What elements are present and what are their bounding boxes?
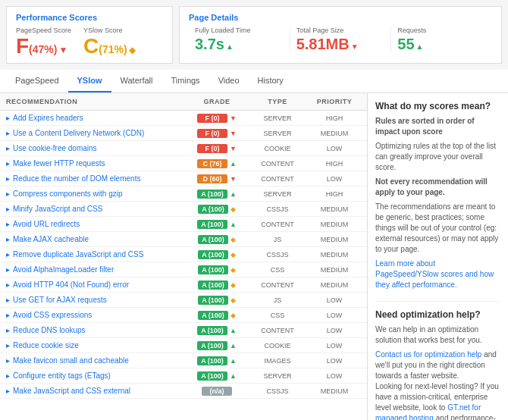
priority-cell: LOW [308, 357, 361, 365]
rec-text[interactable]: Avoid AlphaImageLoader filter [13, 265, 114, 274]
rec-text[interactable]: Reduce DNS lookups [13, 326, 86, 334]
rec-cell: ▸ Remove duplicate JavaScript and CSS [6, 250, 187, 259]
page-details-title: Page Details [189, 13, 492, 22]
rec-bullet: ▸ [6, 326, 10, 334]
grade-arrow: ▼ [230, 130, 237, 137]
page-details-panel: Page Details Fully Loaded Time 3.7s ▲ To… [179, 6, 502, 64]
scores-link[interactable]: Learn more about PageSpeed/YSlow scores … [375, 259, 500, 290]
priority-cell: LOW [308, 312, 361, 319]
th-recommendation: RECOMMENDATION [6, 98, 187, 105]
tab-waterfall[interactable]: Waterfall [111, 70, 162, 92]
table-row: ▸ Reduce cookie size A (100) ▲ COOKIE LO… [0, 338, 367, 353]
grade-badge: A (100) [197, 220, 227, 229]
grade-badge: A (100) [198, 250, 228, 259]
rec-text[interactable]: Avoid HTTP 404 (Not Found) error [13, 281, 129, 289]
rec-cell: ▸ Avoid CSS expressions [6, 311, 187, 319]
rec-text[interactable]: Avoid URL redirects [13, 220, 80, 228]
requests-arrow: ▲ [416, 42, 424, 51]
priority-cell: MEDIUM [308, 205, 361, 213]
scores-p4: The recommendations are meant to be gene… [375, 202, 500, 255]
type-cell: COOKIE [247, 145, 308, 152]
rec-bullet: ▸ [6, 250, 10, 259]
type-cell: SERVER [247, 114, 308, 122]
grade-arrow: ▲ [230, 357, 237, 365]
opt-p1: We can help in an optimization solution … [375, 324, 500, 346]
grade-cell: A (100) ◆ [187, 265, 247, 274]
optimization-title: Need optimization help? [375, 309, 500, 320]
rec-text[interactable]: Add Expires headers [13, 114, 83, 122]
rec-text[interactable]: Make fewer HTTP requests [13, 159, 105, 168]
table-row: ▸ Avoid URL redirects A (100) ▲ CONTENT … [0, 217, 367, 232]
rec-bullet: ▸ [6, 205, 10, 213]
grade-badge: F (0) [197, 144, 227, 153]
yslow-label: YSlow Score [83, 27, 136, 34]
grade-cell: A (100) ◆ [187, 205, 247, 214]
rec-bullet: ▸ [6, 296, 10, 304]
grade-cell: A (100) ◆ [187, 235, 247, 244]
rec-bullet: ▸ [6, 235, 10, 243]
grade-cell: A (100) ▲ [187, 341, 247, 350]
rec-text[interactable]: Reduce cookie size [13, 341, 79, 349]
tab-pagespeed[interactable]: PageSpeed [6, 70, 68, 92]
rec-cell: ▸ Avoid URL redirects [6, 220, 187, 228]
opt-link1[interactable]: Contact us for optimization help [375, 350, 481, 359]
rec-text[interactable]: Use GET for AJAX requests [13, 296, 107, 304]
type-cell: CSSJS [247, 205, 308, 213]
rec-text[interactable]: Remove duplicate JavaScript and CSS [13, 250, 143, 259]
grade-arrow: ▼ [230, 175, 237, 183]
tab-history[interactable]: History [249, 70, 293, 92]
rec-cell: ▸ Make fewer HTTP requests [6, 159, 187, 168]
tab-timings[interactable]: Timings [162, 70, 209, 92]
rec-cell: ▸ Make favicon small and cacheable [6, 356, 187, 365]
priority-cell: MEDIUM [308, 221, 361, 228]
scores-p1: Rules are sorted in order of impact upon… [375, 116, 500, 137]
rec-text[interactable]: Use cookie-free domains [13, 144, 97, 152]
rec-cell: ▸ Use cookie-free domains [6, 144, 187, 152]
grade-badge: A (100) [197, 190, 227, 199]
rec-cell: ▸ Configure entity tags (ETags) [6, 371, 187, 380]
table-body: ▸ Add Expires headers F (0) ▼ SERVER HIG… [0, 111, 367, 399]
type-cell: SERVER [247, 130, 308, 137]
grade-cell: D (60) ▼ [187, 174, 247, 183]
rec-text[interactable]: Avoid CSS expressions [13, 311, 92, 319]
grade-arrow: ▲ [230, 190, 237, 198]
rec-cell: ▸ Avoid AlphaImageLoader filter [6, 265, 187, 274]
table-row: ▸ Reduce DNS lookups A (100) ▲ CONTENT L… [0, 323, 367, 338]
rec-bullet: ▸ [6, 159, 10, 168]
table-row: ▸ Use a Content Delivery Network (CDN) F… [0, 126, 367, 141]
grade-cell: A (100) ▲ [187, 326, 247, 335]
priority-cell: HIGH [308, 190, 361, 198]
grade-cell: (n/a) [187, 387, 247, 396]
priority-cell: MEDIUM [308, 251, 361, 259]
grade-badge: A (100) [197, 356, 227, 365]
rec-bullet: ▸ [6, 341, 10, 349]
grade-badge: A (100) [198, 235, 228, 244]
grade-badge: C (76) [197, 159, 227, 168]
th-priority: PRIORITY [308, 98, 361, 105]
rec-cell: ▸ Reduce the number of DOM elements [6, 174, 187, 183]
tab-yslow[interactable]: YSlow [68, 70, 111, 92]
rec-text[interactable]: Use a Content Delivery Network (CDN) [13, 129, 144, 137]
table-row: ▸ Make AJAX cacheable A (100) ◆ JS MEDIU… [0, 232, 367, 247]
grade-arrow: ◆ [230, 312, 236, 319]
table-row: ▸ Avoid AlphaImageLoader filter A (100) … [0, 262, 367, 277]
pagespeed-label: PageSpeed Score [16, 27, 71, 34]
rec-text[interactable]: Reduce the number of DOM elements [13, 174, 140, 183]
type-cell: IMAGES [247, 357, 308, 365]
rec-cell: ▸ Use GET for AJAX requests [6, 296, 187, 304]
loaded-value: 3.7s [195, 36, 224, 53]
rec-text[interactable]: Make JavaScript and CSS external [13, 387, 130, 395]
rec-text[interactable]: Make favicon small and cacheable [13, 356, 129, 365]
rec-text[interactable]: Compress components with gzip [13, 190, 123, 198]
rec-cell: ▸ Make AJAX cacheable [6, 235, 187, 243]
grade-arrow: ▲ [230, 342, 237, 349]
rec-text[interactable]: Configure entity tags (ETags) [13, 371, 111, 380]
scores-p3: Not every recommendation will apply to y… [375, 177, 500, 198]
priority-cell: LOW [308, 175, 361, 183]
grade-arrow: ◆ [230, 266, 236, 274]
tab-video[interactable]: Video [209, 70, 249, 92]
rec-text[interactable]: Make AJAX cacheable [13, 235, 89, 243]
table-row: ▸ Avoid CSS expressions A (100) ◆ CSS LO… [0, 308, 367, 323]
rec-text[interactable]: Minify JavaScript and CSS [13, 205, 102, 213]
rec-cell: ▸ Reduce cookie size [6, 341, 187, 349]
